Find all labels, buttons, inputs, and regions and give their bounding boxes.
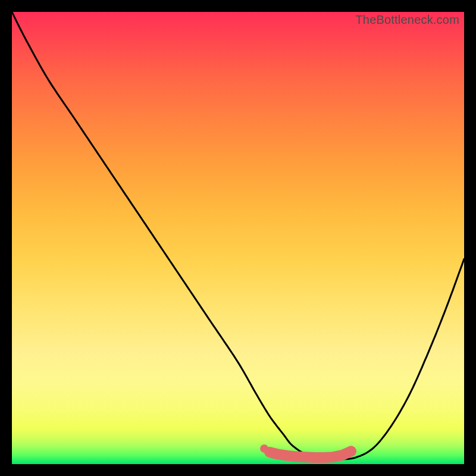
optimal-range-start-dot (260, 444, 268, 453)
chart-svg (12, 12, 464, 464)
bottleneck-curve (12, 12, 464, 459)
optimal-range-markers (260, 444, 351, 458)
optimal-range-line (270, 451, 351, 458)
chart-frame: TheBottleneck.com (12, 12, 464, 464)
attribution-text: TheBottleneck.com (355, 13, 459, 27)
